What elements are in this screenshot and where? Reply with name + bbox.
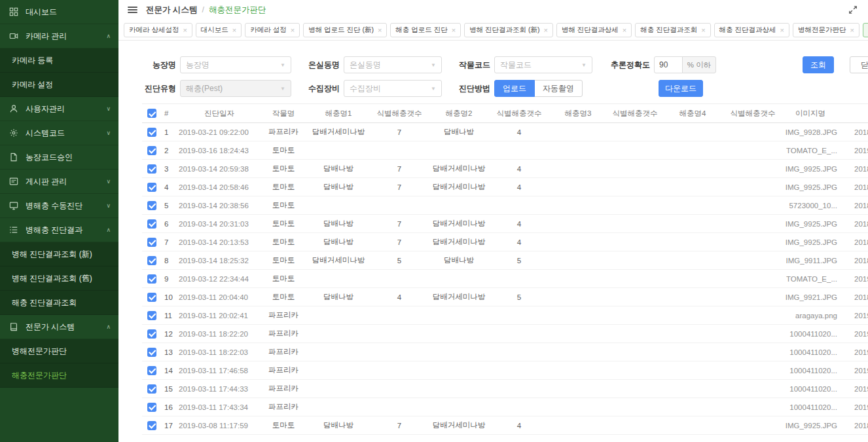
- row-checkbox[interactable]: [147, 183, 156, 192]
- row-checkbox[interactable]: [147, 146, 156, 155]
- sidebar-subitem-label: 해충전문가판단: [12, 370, 67, 381]
- row-checkbox[interactable]: [147, 384, 156, 394]
- tab-close-icon[interactable]: ×: [291, 26, 295, 34]
- table-row[interactable]: 12019-03-21 09:22:00파프리카담배거세미나방7담배나방4IMG…: [142, 123, 868, 141]
- breadcrumb-section[interactable]: 전문가 시스템: [146, 5, 197, 14]
- sidebar-item-label: 병해충 진단결과: [26, 225, 82, 236]
- sidebar-subitem[interactable]: 병해 진단결과조회 (舊): [0, 267, 118, 291]
- sidebar-subitem[interactable]: 카메라 설정: [0, 73, 118, 97]
- sidebar-subitem[interactable]: 병해전문가판단: [0, 339, 118, 363]
- sidebar-subitem[interactable]: 해충 진단결과조회: [0, 291, 118, 315]
- table-row[interactable]: 52019-03-14 20:38:56토마토5723000_10...2018: [142, 196, 868, 215]
- row-checkbox[interactable]: [147, 293, 156, 302]
- sidebar-item-diagnosis-results[interactable]: 병해충 진단결과∧: [0, 218, 118, 242]
- row-checkbox[interactable]: [147, 219, 156, 229]
- upload-toggle-button[interactable]: 업로드: [494, 80, 535, 97]
- sidebar-subitem[interactable]: 병해 진단결과조회 (新): [0, 242, 118, 267]
- sidebar-item-board-management[interactable]: 게시판 관리∨: [0, 170, 118, 194]
- tab-close-icon[interactable]: ×: [183, 26, 187, 34]
- table-row[interactable]: 122019-03-11 18:22:20파프리카1000411020...20…: [142, 325, 868, 343]
- row-checkbox[interactable]: [147, 256, 156, 265]
- crop-code-select[interactable]: 작물코드▼: [494, 56, 592, 73]
- table-row[interactable]: 62019-03-14 20:31:03토마토담배나방7담배거세미나방4IMG_…: [142, 215, 868, 233]
- tab-close-icon[interactable]: ×: [543, 26, 547, 34]
- cell-pest2: 담배거세미나방: [429, 164, 489, 174]
- sidebar-item-manual-diagnosis[interactable]: 병해충 수동진단∨: [0, 194, 118, 218]
- download-button[interactable]: 다운로드: [659, 80, 703, 97]
- equipment-select[interactable]: 수집장비▼: [344, 80, 442, 97]
- sidebar-item-dashboard[interactable]: 대시보드: [0, 0, 118, 24]
- diagnosis-type-select[interactable]: 해충(Pest)▼: [180, 80, 291, 97]
- table-row[interactable]: 82019-03-14 18:25:32토마토담배거세미나방5담배나방5IMG_…: [142, 251, 868, 270]
- accuracy-input[interactable]: [654, 56, 683, 73]
- table-row[interactable]: 22019-03-16 18:24:43토마토TOMATO_E_...2019: [142, 141, 868, 160]
- sidebar-subitem-label: 병해 진단결과조회 (舊): [12, 273, 92, 284]
- cell-extra: 2018: [853, 183, 868, 191]
- row-checkbox[interactable]: [147, 164, 156, 174]
- cell-num: 15: [162, 385, 179, 393]
- row-checkbox[interactable]: [147, 366, 156, 375]
- close-button[interactable]: 닫기: [850, 56, 868, 73]
- table-row[interactable]: 142019-03-11 17:46:58파프리카1000411020...20…: [142, 361, 868, 380]
- cell-num: 10: [162, 293, 179, 301]
- sidebar-item-system-code[interactable]: 시스템코드∨: [0, 121, 118, 145]
- fullscreen-icon[interactable]: [848, 5, 858, 14]
- tab[interactable]: 병해 진단결과조회 (新)×: [464, 23, 553, 37]
- chevron-up-icon: ∧: [106, 227, 111, 233]
- table-row[interactable]: 172019-03-08 11:17:59토마토담배나방7담배거세미나방4IMG…: [142, 416, 868, 435]
- row-checkbox[interactable]: [147, 348, 156, 357]
- table-row[interactable]: 92019-03-12 22:34:44토마토TOMATO_E_...2019: [142, 270, 868, 288]
- sidebar-item-expert-system[interactable]: 전문가 시스템∧: [0, 315, 118, 339]
- tab-close-icon[interactable]: ×: [378, 26, 382, 34]
- tab[interactable]: 병해 진단결과상세×: [556, 23, 632, 37]
- tab-close-icon[interactable]: ×: [623, 26, 626, 34]
- tab-close-icon[interactable]: ×: [452, 26, 456, 34]
- auto-capture-toggle-button[interactable]: 자동촬영: [534, 80, 583, 97]
- greenhouse-select[interactable]: 온실동명▼: [344, 56, 442, 73]
- row-checkbox[interactable]: [147, 238, 156, 247]
- tab-close-icon[interactable]: ×: [850, 26, 854, 34]
- sidebar-item-camera-management[interactable]: 카메라 관리∧: [0, 24, 118, 48]
- row-checkbox[interactable]: [147, 421, 156, 430]
- row-checkbox[interactable]: [147, 128, 156, 137]
- row-checkbox[interactable]: [147, 201, 156, 210]
- cell-date: 2019-03-14 20:58:46: [179, 183, 260, 191]
- farm-name-select[interactable]: 농장명▼: [180, 56, 291, 73]
- tab[interactable]: 병해 업로드 진단 (新)×: [303, 23, 387, 37]
- row-checkbox[interactable]: [147, 274, 156, 284]
- tab[interactable]: 카메라 설정×: [245, 23, 300, 37]
- row-checkbox[interactable]: [147, 311, 156, 320]
- table-row[interactable]: 132019-03-11 18:22:03파프리카1000411020...20…: [142, 343, 868, 361]
- cell-sel: [142, 219, 162, 229]
- sidebar-item-user-management[interactable]: 사용자관리∨: [0, 97, 118, 121]
- tab[interactable]: 해충 업로드 진단×: [390, 23, 461, 37]
- table-row[interactable]: 42019-03-14 20:58:46토마토담배나방7담배거세미나방4IMG_…: [142, 178, 868, 196]
- row-checkbox[interactable]: [147, 329, 156, 339]
- sidebar-subitem[interactable]: 해충전문가판단: [0, 363, 118, 388]
- table-row[interactable]: 162019-03-11 17:43:34파프리카1000411020...20…: [142, 398, 868, 416]
- table-row[interactable]: 32019-03-14 20:59:38토마토담배나방7담배거세미나방4IMG_…: [142, 160, 868, 178]
- table-row[interactable]: 102019-03-11 20:04:40토마토담배나방4담배거세미나방5IMG…: [142, 288, 868, 306]
- row-checkbox[interactable]: [147, 403, 156, 412]
- menu-icon[interactable]: [128, 5, 137, 14]
- table-row[interactable]: 72019-03-14 20:13:53토마토담배나방7담배거세미나방4IMG_…: [142, 233, 868, 251]
- tab[interactable]: 해충 진단결과상세×: [714, 23, 789, 37]
- tab[interactable]: 해충 진단결과조회×: [635, 23, 710, 37]
- cell-count1: 7: [370, 220, 429, 228]
- tab-close-icon[interactable]: ×: [232, 26, 236, 34]
- table-row[interactable]: 112019-03-11 20:02:41파프리카aragaya.png2019: [142, 306, 868, 325]
- tab[interactable]: 카메라 상세설정×: [124, 23, 192, 37]
- cell-extra: 2018: [853, 257, 868, 265]
- tab-close-icon[interactable]: ×: [701, 26, 705, 34]
- cell-date: 2019-03-21 09:22:00: [179, 128, 260, 136]
- tab[interactable]: 대시보드×: [196, 23, 242, 37]
- tab-active[interactable]: 해충전문가판단×: [863, 23, 868, 37]
- tab-close-icon[interactable]: ×: [780, 26, 784, 34]
- search-button[interactable]: 조회: [803, 56, 834, 73]
- tab[interactable]: 병해전문가판단×: [793, 23, 859, 37]
- select-all-checkbox[interactable]: [147, 109, 156, 118]
- sidebar-subitem-label: 카메라 설정: [12, 79, 53, 90]
- table-row[interactable]: 152019-03-11 17:44:33파프리카1000411020...20…: [142, 380, 868, 398]
- sidebar-subitem[interactable]: 카메라 등록: [0, 48, 118, 73]
- sidebar-item-farm-code-approval[interactable]: 농장코드승인: [0, 145, 118, 170]
